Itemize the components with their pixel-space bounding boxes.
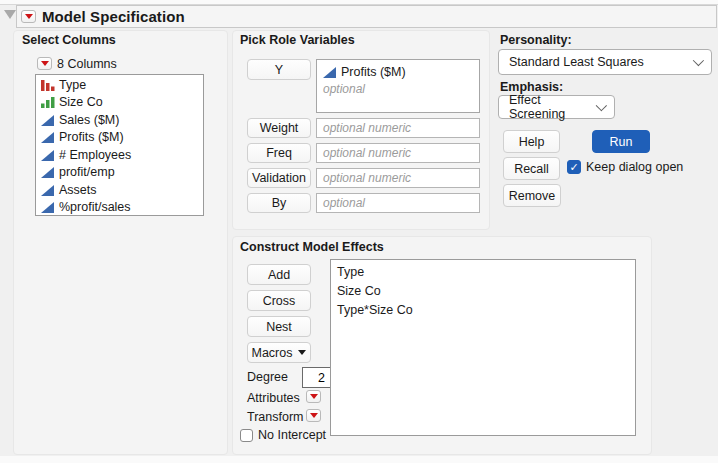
column-item[interactable]: # Employees xyxy=(36,146,203,164)
continuous-icon xyxy=(41,149,55,161)
column-item[interactable]: %profit/sales xyxy=(36,199,203,217)
y-value-row[interactable]: Profits ($M) xyxy=(323,63,473,80)
freq-role-box[interactable]: optional numeric xyxy=(316,143,480,163)
transform-label: Transform xyxy=(247,410,304,424)
role-rows: Weightoptional numericFreqoptional numer… xyxy=(247,118,480,213)
y-role-button[interactable]: Y xyxy=(247,59,311,80)
weight-role-button[interactable]: Weight xyxy=(247,118,311,138)
column-item[interactable]: Size Co xyxy=(36,94,203,112)
page-title: Model Specification xyxy=(42,8,185,25)
recall-button[interactable]: Recall xyxy=(503,157,560,180)
by-role-box[interactable]: optional xyxy=(316,193,480,213)
model-specification-dialog: Model Specification Select Columns 8 Col… xyxy=(0,0,718,463)
transform-red-triangle-button[interactable] xyxy=(306,409,321,422)
macros-dropdown-icon xyxy=(298,350,306,355)
red-triangle-icon xyxy=(41,61,49,66)
validation-role-box[interactable]: optional numeric xyxy=(316,168,480,188)
emphasis-dropdown[interactable]: Effect Screening xyxy=(498,95,615,119)
select-columns-label: Select Columns xyxy=(22,33,116,47)
chevron-down-icon xyxy=(596,100,607,111)
model-effect-item[interactable]: Size Co xyxy=(331,282,635,301)
chevron-down-icon xyxy=(693,55,704,66)
red-triangle-icon xyxy=(310,413,318,418)
emphasis-label: Emphasis: xyxy=(500,80,563,94)
attributes-red-triangle-button[interactable] xyxy=(306,390,321,403)
attributes-label: Attributes xyxy=(247,391,300,405)
no-intercept-checkbox[interactable] xyxy=(240,429,253,442)
no-intercept-label: No Intercept xyxy=(258,428,326,442)
pick-roles-label: Pick Role Variables xyxy=(240,33,355,47)
y-role-box[interactable]: Profits ($M) optional xyxy=(316,59,480,113)
degree-input[interactable] xyxy=(302,367,331,388)
columns-red-triangle-button[interactable] xyxy=(37,57,52,70)
nest-button[interactable]: Nest xyxy=(247,316,311,337)
model-effect-item[interactable]: Type xyxy=(331,263,635,282)
nominal-icon xyxy=(41,79,55,91)
help-button[interactable]: Help xyxy=(503,130,560,153)
column-item[interactable]: Profits ($M) xyxy=(36,129,203,147)
continuous-icon xyxy=(323,66,337,78)
select-columns-list: TypeSize CoSales ($M)Profits ($M)# Emplo… xyxy=(35,74,204,216)
macros-label: Macros xyxy=(252,346,293,360)
red-triangle-icon xyxy=(25,14,33,19)
continuous-icon xyxy=(41,114,55,126)
validation-role-button[interactable]: Validation xyxy=(247,168,311,188)
continuous-icon xyxy=(41,131,55,143)
red-triangle-icon xyxy=(310,394,318,399)
remove-button[interactable]: Remove xyxy=(503,184,561,207)
construct-effects-label: Construct Model Effects xyxy=(240,240,384,254)
continuous-icon xyxy=(41,166,55,178)
collapse-triangle-icon[interactable] xyxy=(4,10,16,19)
emphasis-value: Effect Screening xyxy=(509,93,596,121)
columns-count-label: 8 Columns xyxy=(57,57,117,71)
weight-role-box[interactable]: optional numeric xyxy=(316,118,480,138)
column-item[interactable]: Type xyxy=(36,76,203,94)
keep-dialog-open-row: Keep dialog open xyxy=(567,160,683,174)
add-button[interactable]: Add xyxy=(247,264,311,285)
freq-role-button[interactable]: Freq xyxy=(247,143,311,163)
y-value: Profits ($M) xyxy=(341,65,406,79)
title-bar: Model Specification xyxy=(16,5,717,28)
model-effect-item[interactable]: Type*Size Co xyxy=(331,301,635,320)
by-role-button[interactable]: By xyxy=(247,193,311,213)
personality-dropdown[interactable]: Standard Least Squares xyxy=(498,49,712,75)
macros-button[interactable]: Macros xyxy=(247,342,311,363)
no-intercept-row: No Intercept xyxy=(240,428,326,442)
column-item[interactable]: profit/emp xyxy=(36,164,203,182)
column-item[interactable]: Assets xyxy=(36,181,203,199)
model-effects-list: TypeSize CoType*Size Co xyxy=(330,259,636,436)
personality-value: Standard Least Squares xyxy=(509,55,644,69)
ordinal-icon xyxy=(41,96,55,108)
y-placeholder: optional xyxy=(323,82,473,96)
degree-label: Degree xyxy=(247,370,288,384)
continuous-icon xyxy=(41,184,55,196)
continuous-icon xyxy=(41,201,55,213)
personality-label: Personality: xyxy=(500,33,572,47)
keep-dialog-open-label: Keep dialog open xyxy=(586,160,683,174)
cross-button[interactable]: Cross xyxy=(247,290,311,311)
run-button[interactable]: Run xyxy=(592,130,650,153)
effect-buttons: AddCrossNest xyxy=(247,264,311,337)
red-triangle-menu-button[interactable] xyxy=(21,10,36,23)
keep-dialog-open-checkbox[interactable] xyxy=(567,160,581,174)
column-item[interactable]: Sales ($M) xyxy=(36,111,203,129)
